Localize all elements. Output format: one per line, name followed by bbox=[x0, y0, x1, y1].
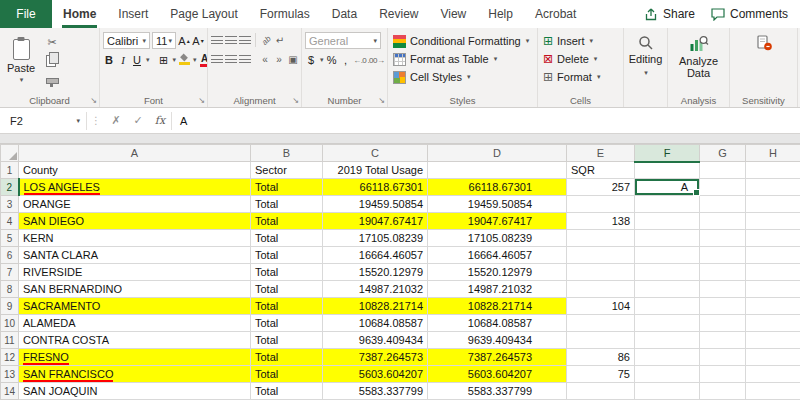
borders-button[interactable]: ⊞ bbox=[158, 52, 170, 68]
cancel-button[interactable]: ✗ bbox=[105, 114, 127, 127]
cell-D10[interactable]: 10684.08587 bbox=[428, 315, 567, 332]
percent-style-button[interactable]: % bbox=[326, 52, 338, 68]
cell-H9[interactable] bbox=[746, 298, 800, 315]
cell-C12[interactable]: 7387.264573 bbox=[323, 349, 428, 366]
cell-G8[interactable] bbox=[700, 281, 746, 298]
tab-view[interactable]: View bbox=[429, 0, 477, 28]
cell-H1[interactable] bbox=[746, 162, 800, 179]
cell-B1[interactable]: Sector bbox=[251, 162, 323, 179]
cell-H11[interactable] bbox=[746, 332, 800, 349]
row-header-11[interactable]: 11 bbox=[1, 332, 19, 349]
name-box-dropdown-icon[interactable]: ▾ bbox=[76, 117, 80, 125]
cell-D5[interactable]: 17105.08239 bbox=[428, 230, 567, 247]
cell-B3[interactable]: Total bbox=[251, 196, 323, 213]
row-header-10[interactable]: 10 bbox=[1, 315, 19, 332]
row-header-8[interactable]: 8 bbox=[1, 281, 19, 298]
cell-B10[interactable]: Total bbox=[251, 315, 323, 332]
cell-F10[interactable] bbox=[635, 315, 700, 332]
cell-E3[interactable] bbox=[567, 196, 635, 213]
cell-G10[interactable] bbox=[700, 315, 746, 332]
cell-B2[interactable]: Total bbox=[251, 179, 323, 196]
format-painter-button[interactable] bbox=[41, 72, 63, 88]
tab-acrobat[interactable]: Acrobat bbox=[524, 0, 587, 28]
cell-E10[interactable] bbox=[567, 315, 635, 332]
cell-G13[interactable] bbox=[700, 366, 746, 383]
cell-G3[interactable] bbox=[700, 196, 746, 213]
cell-G7[interactable] bbox=[700, 264, 746, 281]
cell-G4[interactable] bbox=[700, 213, 746, 230]
cell-B6[interactable]: Total bbox=[251, 247, 323, 264]
cell-E9[interactable]: 104 bbox=[567, 298, 635, 315]
column-header-E[interactable]: E bbox=[567, 145, 635, 162]
align-bottom-button[interactable] bbox=[239, 32, 251, 48]
cell-H12[interactable] bbox=[746, 349, 800, 366]
name-box[interactable]: F2 ▾ bbox=[0, 108, 86, 133]
row-header-14[interactable]: 14 bbox=[1, 383, 19, 400]
cell-H8[interactable] bbox=[746, 281, 800, 298]
insert-function-button[interactable]: fx bbox=[149, 114, 171, 127]
wrap-text-button[interactable]: ↵ bbox=[274, 32, 286, 48]
cell-A7[interactable]: RIVERSIDE bbox=[19, 264, 251, 281]
row-header-3[interactable]: 3 bbox=[1, 196, 19, 213]
cell-E2[interactable]: 257 bbox=[567, 179, 635, 196]
cell-D4[interactable]: 19047.67417 bbox=[428, 213, 567, 230]
paste-button[interactable]: Paste ▾ bbox=[3, 37, 39, 84]
cell-D1[interactable] bbox=[428, 162, 567, 179]
insert-cells-button[interactable]: ⊞ Insert ▾ bbox=[541, 32, 620, 50]
cell-A3[interactable]: ORANGE bbox=[19, 196, 251, 213]
cell-H3[interactable] bbox=[746, 196, 800, 213]
column-header-F[interactable]: F bbox=[635, 145, 700, 162]
cell-C5[interactable]: 17105.08239 bbox=[323, 230, 428, 247]
cell-B7[interactable]: Total bbox=[251, 264, 323, 281]
cell-E5[interactable] bbox=[567, 230, 635, 247]
cell-H14[interactable] bbox=[746, 383, 800, 400]
increase-decimal-button[interactable]: ←.0 bbox=[354, 52, 366, 68]
cell-C4[interactable]: 19047.67417 bbox=[323, 213, 428, 230]
row-header-13[interactable]: 13 bbox=[1, 366, 19, 383]
cell-C6[interactable]: 16664.46057 bbox=[323, 247, 428, 264]
cell-B13[interactable]: Total bbox=[251, 366, 323, 383]
editing-button[interactable]: Editing ▾ bbox=[627, 32, 664, 79]
cell-G9[interactable] bbox=[700, 298, 746, 315]
decrease-indent-button[interactable]: « bbox=[259, 51, 271, 67]
cell-A5[interactable]: KERN bbox=[19, 230, 251, 247]
cell-G6[interactable] bbox=[700, 247, 746, 264]
cell-styles-button[interactable]: Cell Styles ▾ bbox=[391, 68, 534, 86]
cell-C7[interactable]: 15520.12979 bbox=[323, 264, 428, 281]
cell-E11[interactable] bbox=[567, 332, 635, 349]
column-header-H[interactable]: H bbox=[746, 145, 800, 162]
column-header-A[interactable]: A bbox=[19, 145, 251, 162]
alignment-dialog-launcher-icon[interactable]: ↘ bbox=[292, 97, 299, 105]
cell-A2[interactable]: LOS ANGELES bbox=[19, 179, 251, 196]
cell-C8[interactable]: 14987.21032 bbox=[323, 281, 428, 298]
column-header-B[interactable]: B bbox=[251, 145, 323, 162]
cell-G14[interactable] bbox=[700, 383, 746, 400]
font-color-button[interactable]: A bbox=[199, 52, 208, 68]
cell-F9[interactable] bbox=[635, 298, 700, 315]
cell-F2[interactable]: A bbox=[635, 179, 700, 196]
cell-F8[interactable] bbox=[635, 281, 700, 298]
cell-B5[interactable]: Total bbox=[251, 230, 323, 247]
align-right-button[interactable] bbox=[239, 51, 251, 67]
cell-F4[interactable] bbox=[635, 213, 700, 230]
cell-G11[interactable] bbox=[700, 332, 746, 349]
row-header-12[interactable]: 12 bbox=[1, 349, 19, 366]
cell-F7[interactable] bbox=[635, 264, 700, 281]
cell-F3[interactable] bbox=[635, 196, 700, 213]
cell-D13[interactable]: 5603.604207 bbox=[428, 366, 567, 383]
italic-button[interactable]: I bbox=[117, 52, 129, 68]
delete-cells-button[interactable]: ⊠ Delete ▾ bbox=[541, 50, 620, 68]
cell-A13[interactable]: SAN FRANCISCO bbox=[19, 366, 251, 383]
cell-D12[interactable]: 7387.264573 bbox=[428, 349, 567, 366]
cell-A14[interactable]: SAN JOAQUIN bbox=[19, 383, 251, 400]
clipboard-dialog-launcher-icon[interactable]: ↘ bbox=[90, 97, 97, 105]
cell-C3[interactable]: 19459.50854 bbox=[323, 196, 428, 213]
cell-C14[interactable]: 5583.337799 bbox=[323, 383, 428, 400]
chevron-down-icon[interactable]: ▾ bbox=[320, 56, 324, 64]
chevron-down-icon[interactable]: ▾ bbox=[146, 56, 150, 64]
increase-font-size-button[interactable]: A▴ bbox=[178, 33, 190, 49]
row-header-9[interactable]: 9 bbox=[1, 298, 19, 315]
cell-A8[interactable]: SAN BERNARDINO bbox=[19, 281, 251, 298]
cell-E13[interactable]: 75 bbox=[567, 366, 635, 383]
align-center-button[interactable] bbox=[225, 51, 237, 67]
